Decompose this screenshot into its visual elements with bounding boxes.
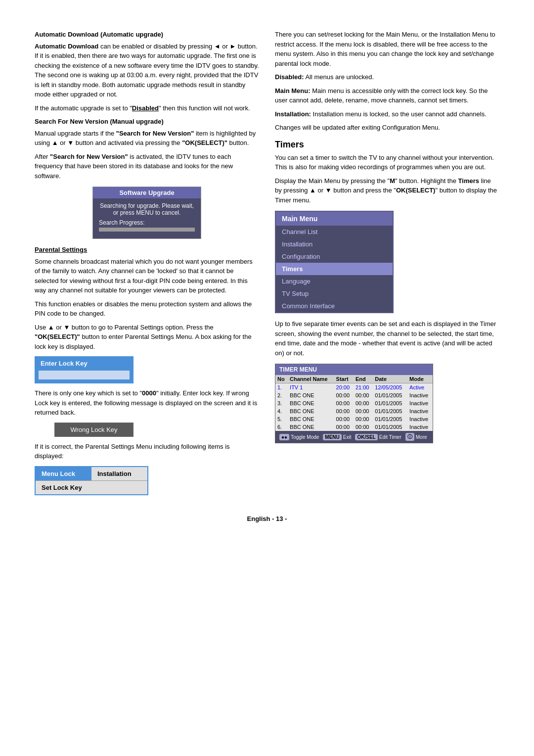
col-no: No	[275, 375, 288, 383]
main-menu-text: Main Menu: Main menu is accessible only …	[275, 86, 499, 105]
auto-download-p2: If the automatic upgrade is set to "Disa…	[35, 103, 259, 113]
upgrade-box-message: Searching for upgrade. Please wait, or p…	[99, 202, 195, 216]
row1-no: 1.	[275, 383, 288, 392]
upgrade-box-body: Searching for upgrade. Please wait, or p…	[93, 198, 201, 238]
menu-item-channel-list: Channel List	[276, 226, 393, 238]
timer-row-4: 4. BBC ONE 00:00 00:00 01/01/2005 Inacti…	[275, 407, 433, 415]
upgrade-box-progress-bar	[99, 228, 195, 232]
row2-channel: BBC ONE	[288, 391, 334, 399]
row3-mode: Inactive	[407, 399, 433, 407]
timer-row-2: 2. BBC ONE 00:00 00:00 01/01/2005 Inacti…	[275, 391, 433, 399]
parental-p2: This function enables or disables the me…	[35, 299, 259, 319]
timer-menu-title: TIMER MENU	[275, 364, 433, 375]
menu-btn: MENU	[323, 434, 341, 440]
menu-lock-cell: Menu Lock	[36, 467, 91, 480]
col-mode: Mode	[407, 375, 433, 383]
main-menu-label: Main Menu:	[275, 87, 311, 94]
disabled-label: Disabled:	[275, 73, 304, 81]
footer-more: ⓘ More	[405, 433, 427, 441]
auto-download-bold: Automatic Download	[35, 43, 98, 50]
upgrade-box: Software Upgrade Searching for upgrade. …	[92, 187, 201, 239]
menu-item-common-interface: Common Interface	[276, 300, 393, 312]
row3-date: 01/01/2005	[373, 399, 407, 407]
left-column: Automatic Download (Automatic upgrade) A…	[35, 30, 259, 500]
row2-start: 00:00	[334, 391, 354, 399]
timer-row-5: 5. BBC ONE 00:00 00:00 01/01/2005 Inacti…	[275, 415, 433, 423]
row6-start: 00:00	[334, 423, 354, 431]
menu-item-language: Language	[276, 275, 393, 287]
footer-edit: OK/SEL Edit Timer	[355, 433, 401, 441]
timers-heading: Timers	[275, 140, 499, 150]
footer-exit: MENU Exit	[323, 433, 351, 441]
row2-end: 00:00	[354, 391, 373, 399]
parental-p1: Some channels broadcast material which y…	[35, 257, 259, 295]
upgrade-box-progress-label: Search Progress:	[99, 219, 195, 226]
row1-start: 20:00	[334, 383, 354, 392]
right-column: There you can set/reset locking for the …	[275, 30, 499, 500]
upgrade-box-title: Software Upgrade	[93, 187, 201, 198]
parental-menu-row2: Set Lock Key	[36, 480, 147, 494]
toggle-btn: ●●	[279, 434, 289, 440]
row2-no: 2.	[275, 391, 288, 399]
row4-mode: Inactive	[407, 407, 433, 415]
lock-key-input-field	[39, 371, 130, 379]
col-channel: Channel Name	[288, 375, 334, 383]
installation-label: Installation:	[275, 110, 311, 118]
changes-text: Changes will be updated after exiting Co…	[275, 123, 499, 133]
timer-row-1: 1. ITV 1 20:00 21:00 12/05/2005 Active	[275, 383, 433, 392]
row1-date: 12/05/2005	[373, 383, 407, 392]
row5-no: 5.	[275, 415, 288, 423]
info-btn: ⓘ	[405, 433, 414, 441]
row1-channel: ITV 1	[288, 383, 334, 392]
menu-item-tv-setup: TV Setup	[276, 287, 393, 300]
row4-date: 01/01/2005	[373, 407, 407, 415]
auto-download-text: can be enabled or disabled by pressing ◄…	[35, 43, 259, 98]
timers-p2: Display the Main Menu by pressing the "M…	[275, 176, 499, 205]
row5-mode: Inactive	[407, 415, 433, 423]
menu-item-configuration: Configuration	[276, 250, 393, 263]
row1-end: 21:00	[354, 383, 373, 392]
lock-key-p1: There is only one key which is set to "0…	[35, 388, 259, 418]
menu-item-installation: Installation	[276, 238, 393, 250]
disabled-text: Disabled: All menus are unlocked.	[275, 72, 499, 82]
row4-end: 00:00	[354, 407, 373, 415]
row3-channel: BBC ONE	[288, 399, 334, 407]
auto-download-heading: Automatic Download (Automatic upgrade)	[35, 30, 259, 40]
row6-end: 00:00	[354, 423, 373, 431]
parental-p3: Use ▲ or ▼ button to go to Parental Sett…	[35, 323, 259, 352]
search-heading: Search For New Version (Manual upgrade)	[35, 117, 259, 127]
main-menu-box-title: Main Menu	[276, 212, 393, 226]
wrong-lock-key-box: Wrong Lock Key	[54, 423, 134, 437]
row3-end: 00:00	[354, 399, 373, 407]
parental-menu-row1: Menu Lock Installation	[36, 467, 147, 480]
enter-lock-key-title: Enter Lock Key	[36, 357, 133, 370]
footer-toggle: ●● Toggle Mode	[279, 433, 319, 441]
ok-btn: OK/SEL	[355, 434, 377, 440]
row5-end: 00:00	[354, 415, 373, 423]
row6-no: 6.	[275, 423, 288, 431]
timer-footer: ●● Toggle Mode MENU Exit OK/SEL Edit Tim…	[275, 431, 433, 443]
timer-row-3: 3. BBC ONE 00:00 00:00 01/01/2005 Inacti…	[275, 399, 433, 407]
col-start: Start	[334, 375, 354, 383]
main-menu-box: Main Menu Channel List Installation Conf…	[275, 211, 394, 313]
col-end: End	[354, 375, 373, 383]
timers-p1: You can set a timer to switch the TV to …	[275, 153, 499, 172]
row6-date: 01/01/2005	[373, 423, 407, 431]
timer-row-6: 6. BBC ONE 00:00 00:00 01/01/2005 Inacti…	[275, 423, 433, 431]
lock-key-p2: If it is correct, the Parental Settings …	[35, 442, 259, 461]
set-lock-key-cell: Set Lock Key	[36, 480, 147, 494]
row1-mode: Active	[407, 383, 433, 392]
row3-start: 00:00	[334, 399, 354, 407]
timer-table: No Channel Name Start End Date Mode 1. I…	[275, 375, 433, 431]
timers-p3: Up to five separate timer events can be …	[275, 319, 499, 358]
row4-no: 4.	[275, 407, 288, 415]
row6-channel: BBC ONE	[288, 423, 334, 431]
right-intro-p1: There you can set/reset locking for the …	[275, 30, 499, 68]
row3-no: 3.	[275, 399, 288, 407]
col-date: Date	[373, 375, 407, 383]
page-content: Automatic Download (Automatic upgrade) A…	[35, 30, 499, 500]
auto-download-p1: Automatic Download can be enabled or dis…	[35, 42, 259, 99]
parental-menu-box: Menu Lock Installation Set Lock Key	[35, 466, 148, 495]
row6-mode: Inactive	[407, 423, 433, 431]
row2-mode: Inactive	[407, 391, 433, 399]
